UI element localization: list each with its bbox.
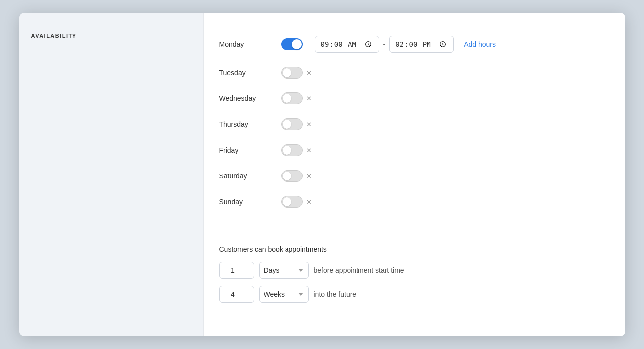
day-label-friday: Friday (219, 146, 269, 154)
day-row-friday: Friday ✕ (219, 137, 601, 163)
booking-number-1[interactable] (219, 262, 254, 279)
toggle-thumb-thursday (283, 120, 291, 129)
day-row-saturday: Saturday ✕ (219, 163, 601, 189)
day-row-thursday: Thursday ✕ (219, 111, 601, 137)
monday-end-time[interactable] (389, 36, 454, 53)
toggle-track-sunday[interactable] (281, 196, 303, 208)
monday-start-time[interactable] (315, 36, 379, 53)
booking-suffix-2: into the future (314, 290, 357, 298)
toggle-friday[interactable]: ✕ (281, 144, 314, 156)
app-window: AVAILABILITY Monday - Add hours (19, 13, 625, 336)
toggle-wednesday[interactable]: ✕ (281, 92, 314, 104)
toggle-thumb-wednesday (283, 94, 291, 103)
toggle-switch-monday[interactable] (281, 38, 303, 50)
remove-tuesday-button[interactable]: ✕ (305, 68, 314, 77)
booking-suffix-1: before appointment start time (314, 266, 404, 274)
day-row-tuesday: Tuesday ✕ (219, 60, 601, 86)
toggle-monday[interactable] (281, 38, 303, 50)
booking-number-2[interactable] (219, 286, 254, 303)
toggle-thumb-tuesday (283, 68, 291, 77)
sidebar-title: AVAILABILITY (31, 33, 77, 39)
remove-wednesday-button[interactable]: ✕ (305, 94, 314, 103)
remove-thursday-button[interactable]: ✕ (305, 120, 314, 129)
day-label-thursday: Thursday (219, 120, 269, 128)
booking-unit-2[interactable]: Days Hours Weeks (259, 286, 309, 303)
booking-row-1: Days Hours Weeks before appointment star… (219, 262, 601, 279)
day-row-monday: Monday - Add hours (219, 29, 601, 60)
remove-sunday-button[interactable]: ✕ (305, 197, 314, 206)
monday-time-separator: - (383, 40, 386, 48)
day-label-wednesday: Wednesday (219, 94, 269, 102)
day-row-sunday: Sunday ✕ (219, 189, 601, 215)
add-hours-button[interactable]: Add hours (460, 38, 500, 50)
toggle-sunday[interactable]: ✕ (281, 196, 314, 208)
availability-section: Monday - Add hours Tuesday (204, 13, 625, 231)
day-row-wednesday: Wednesday ✕ (219, 86, 601, 111)
toggle-track-tuesday[interactable] (281, 67, 303, 79)
toggle-thumb-friday (283, 146, 291, 155)
toggle-thumb-sunday (283, 197, 291, 206)
day-label-tuesday: Tuesday (219, 69, 269, 77)
toggle-thumb-monday (292, 39, 302, 49)
toggle-track-saturday[interactable] (281, 170, 303, 182)
toggle-thumb-saturday (283, 172, 291, 180)
booking-title: Customers can book appointments (219, 245, 601, 253)
booking-section: Customers can book appointments Days Hou… (204, 231, 625, 324)
day-label-monday: Monday (219, 40, 269, 48)
toggle-thursday[interactable]: ✕ (281, 118, 314, 130)
toggle-track-wednesday[interactable] (281, 92, 303, 104)
toggle-saturday[interactable]: ✕ (281, 170, 314, 182)
toggle-track-friday[interactable] (281, 144, 303, 156)
monday-time-inputs: - Add hours (315, 36, 500, 53)
main-content: Monday - Add hours Tuesday (203, 13, 625, 336)
toggle-track-thursday[interactable] (281, 118, 303, 130)
day-label-saturday: Saturday (219, 172, 269, 180)
remove-saturday-button[interactable]: ✕ (305, 172, 314, 180)
toggle-tuesday[interactable]: ✕ (281, 67, 314, 79)
booking-row-2: Days Hours Weeks into the future (219, 286, 601, 303)
day-label-sunday: Sunday (219, 198, 269, 206)
sidebar: AVAILABILITY (19, 13, 203, 336)
remove-friday-button[interactable]: ✕ (305, 146, 314, 155)
booking-unit-1[interactable]: Days Hours Weeks (259, 262, 309, 279)
